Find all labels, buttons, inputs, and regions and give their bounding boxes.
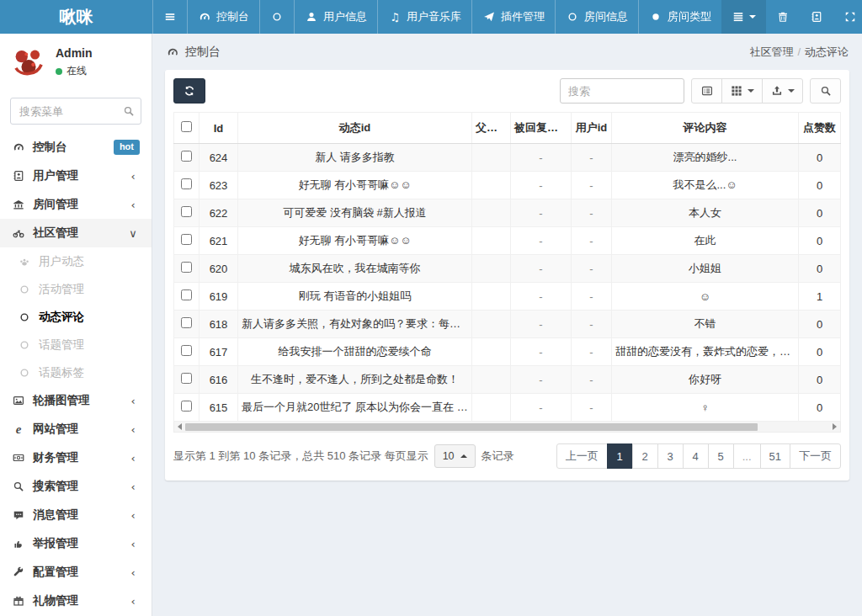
sidebar-item-community-submenu: 用户动态活动管理动态评论话题管理话题标签 (0, 247, 152, 386)
table-row: 618新人请多多关照，有处对象的吗？要求：每个月都要给我买礼物♟--不错0 (174, 311, 841, 338)
sidebar-item-website[interactable]: e网站管理‹ (0, 415, 152, 443)
sidebar-subitem-topics[interactable]: 话题管理 (0, 331, 152, 358)
sidebar-subitem-topic-tags[interactable]: 话题标签 (0, 358, 152, 386)
page-5[interactable]: 5 (708, 443, 734, 469)
list-dropdown-button[interactable] (721, 0, 766, 34)
contacts-button[interactable] (800, 0, 833, 34)
motorcycle-icon (12, 226, 25, 240)
page-1[interactable]: 1 (607, 443, 633, 469)
content-header: 控制台 社区管理/动态评论 (152, 34, 862, 67)
table-view-buttons (691, 78, 803, 104)
row-checkbox[interactable] (181, 317, 192, 328)
nav-sidebar-toggle[interactable] (152, 0, 187, 34)
sidebar-item-carousel[interactable]: 轮播图管理‹ (0, 386, 152, 415)
nav-dashboard[interactable]: 控制台 (187, 0, 259, 34)
sidebar-item-reports[interactable]: 举报管理‹ (0, 529, 152, 558)
sidebar-item-dashboard[interactable]: 控制台hot (0, 133, 152, 162)
row-content: ☺ (612, 283, 799, 311)
row-reply-uid: - (511, 255, 572, 283)
page-prev[interactable]: 上一页 (556, 443, 608, 469)
row-id: 616 (200, 366, 238, 394)
sidebar-item-search[interactable]: 搜索管理‹ (0, 472, 152, 501)
sidebar-menu: 控制台hot用户管理‹房间管理‹社区管理∨用户动态活动管理动态评论话题管理话题标… (0, 128, 152, 616)
expand-icon (843, 10, 857, 24)
chevron-left-icon: ‹ (126, 169, 140, 183)
page-2[interactable]: 2 (632, 443, 658, 469)
music-icon: ♫ (388, 10, 402, 24)
row-parent-id (472, 394, 511, 422)
row-user-id: - (572, 199, 612, 227)
dot-icon (649, 10, 662, 24)
pagination-info-suffix: 条记录 (482, 449, 514, 464)
scroll-left-icon[interactable] (178, 423, 182, 430)
row-checkbox[interactable] (181, 373, 192, 384)
select-all-checkbox[interactable] (181, 121, 192, 132)
circle-icon (18, 283, 31, 296)
column-header-2: 父级id (472, 113, 511, 144)
sidebar-item-messages[interactable]: 消息管理‹ (0, 501, 152, 529)
row-user-id: - (572, 311, 612, 338)
sidebar-subitem-user-moments[interactable]: 用户动态 (0, 247, 152, 275)
sidebar-item-gifts-label: 礼物管理 (33, 593, 78, 608)
table-row: 616生不逢时，爱不逢人，所到之处都是命数！--你好呀0 (174, 366, 841, 394)
row-id: 624 (200, 144, 238, 172)
sidebar-item-community[interactable]: 社区管理∨ (0, 219, 152, 247)
online-status: 在线 (56, 64, 93, 78)
page-3[interactable]: 3 (657, 443, 684, 469)
row-reply-uid: - (511, 199, 572, 227)
horizontal-scrollbar[interactable] (173, 422, 841, 433)
pagination-row: 显示第 1 到第 10 条记录，总共 510 条记录 每页显示 10 条记录 上… (173, 443, 841, 469)
gift-icon (12, 594, 25, 608)
sidebar-subitem-user-moments-label: 用户动态 (39, 254, 84, 269)
table-search-input[interactable] (560, 78, 684, 104)
export-button[interactable] (762, 78, 803, 104)
page-size-dropdown[interactable]: 10 (434, 444, 476, 468)
nav-room-info[interactable]: 房间信息 (555, 0, 638, 34)
row-checkbox[interactable] (181, 234, 192, 245)
row-likes: 0 (799, 144, 841, 172)
search-button[interactable] (810, 78, 841, 104)
nav-room-type[interactable]: 房间类型 (638, 0, 721, 34)
row-checkbox[interactable] (181, 345, 192, 356)
row-content: 不错 (612, 311, 799, 338)
trash-button[interactable] (766, 0, 800, 34)
sidebar-subitem-moment-comments[interactable]: 动态评论 (0, 303, 152, 331)
dashboard-icon (166, 45, 179, 59)
nav-user-music[interactable]: ♫用户音乐库 (377, 0, 471, 34)
page-4[interactable]: 4 (683, 443, 709, 469)
nav-plugins[interactable]: 插件管理 (471, 0, 555, 34)
breadcrumb-section[interactable]: 社区管理 (749, 45, 793, 58)
nav-user-info[interactable]: 用户信息 (294, 0, 377, 34)
sidebar-item-config[interactable]: 配置管理‹ (0, 558, 152, 587)
breadcrumb-home[interactable]: 控制台 (166, 45, 221, 60)
sidebar-item-gifts[interactable]: 礼物管理‹ (0, 587, 152, 615)
toggle-view-button[interactable] (691, 78, 722, 104)
fullscreen-button[interactable] (833, 0, 862, 34)
row-checkbox[interactable] (181, 262, 192, 273)
row-post-id: 新人 请多多指教 (238, 144, 472, 172)
scroll-thumb[interactable] (185, 423, 758, 431)
sidebar-item-rooms[interactable]: 房间管理‹ (0, 190, 152, 219)
row-checkbox[interactable] (181, 151, 192, 162)
nav-user-music-label: 用户音乐库 (407, 9, 461, 24)
scroll-right-icon[interactable] (833, 423, 837, 430)
row-likes: 0 (799, 338, 841, 366)
nav-circle[interactable] (259, 0, 294, 34)
row-checkbox[interactable] (181, 178, 192, 189)
row-select-cell (174, 283, 200, 311)
sidebar-subitem-activities[interactable]: 活动管理 (0, 275, 152, 303)
page-51[interactable]: 51 (760, 443, 790, 469)
row-select-cell (174, 255, 200, 283)
columns-button[interactable] (721, 78, 763, 104)
table-toolbar (173, 78, 841, 104)
row-checkbox[interactable] (181, 206, 192, 217)
online-dot-icon (56, 68, 62, 75)
sidebar-item-finance[interactable]: 财务管理‹ (0, 443, 152, 472)
row-checkbox[interactable] (181, 401, 192, 412)
chevron-left-icon: ‹ (126, 198, 140, 211)
row-checkbox[interactable] (181, 289, 192, 300)
sidebar-item-users[interactable]: 用户管理‹ (0, 162, 152, 190)
brand-logo[interactable]: 啾咪 (0, 0, 152, 34)
page-next[interactable]: 下一页 (790, 443, 841, 469)
refresh-button[interactable] (173, 78, 205, 104)
